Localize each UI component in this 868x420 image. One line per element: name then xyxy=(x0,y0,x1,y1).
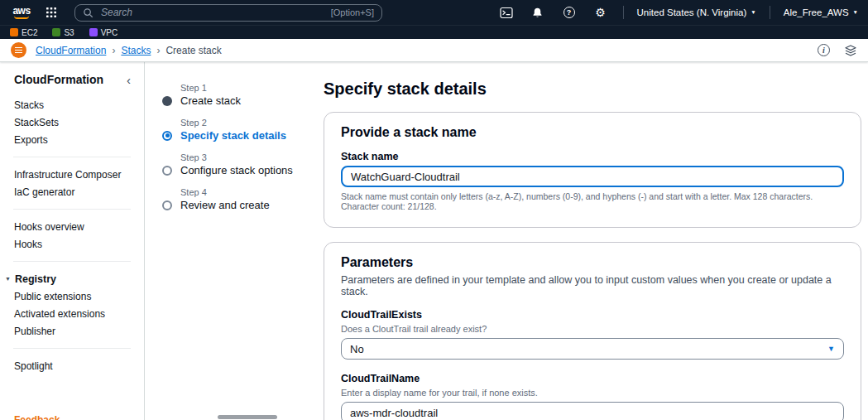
aws-logo[interactable]: aws xyxy=(10,7,33,19)
favorites-bar: EC2 S3 VPC xyxy=(0,25,868,39)
breadcrumb-cloudformation-link[interactable]: CloudFormation xyxy=(36,45,106,56)
stack-name-input[interactable] xyxy=(341,166,844,187)
aws-console-window: aws [Option+S] xyxy=(0,0,868,420)
global-search-box[interactable]: [Option+S] xyxy=(74,4,382,22)
favorite-label: EC2 xyxy=(22,28,37,37)
aws-logo-smile xyxy=(14,16,29,19)
breadcrumb-stacks-link[interactable]: Stacks xyxy=(121,45,151,56)
sidebar-item-activated-extensions[interactable]: Activated extensions xyxy=(0,305,144,322)
sidebar-item-hooks-overview[interactable]: Hooks overview xyxy=(0,218,144,235)
chevron-down-icon: ▼ xyxy=(751,10,755,16)
notifications-bell-icon[interactable] xyxy=(529,3,547,22)
cloudtrailname-hint: Enter a display name for your trail, if … xyxy=(341,388,844,398)
field-cloudtrailname: CloudTrailName Enter a display name for … xyxy=(341,373,844,420)
horizontal-scrollbar-thumb[interactable] xyxy=(218,415,277,419)
topbar-divider xyxy=(770,6,770,19)
wizard-step-3: Step 3 Configure stack options xyxy=(162,152,324,176)
step-number: Step 1 xyxy=(180,83,324,93)
stack-name-card-title: Provide a stack name xyxy=(341,125,844,140)
sidebar-item-public-extensions[interactable]: Public extensions xyxy=(0,287,144,305)
step-number: Step 2 xyxy=(180,118,324,128)
step-label-configure-stack-options[interactable]: Configure stack options xyxy=(180,164,324,176)
field-cloudtrailexists: CloudTrailExists Does a CloutTrail trail… xyxy=(341,309,844,360)
caret-down-icon: ▼ xyxy=(5,276,11,282)
chevron-down-icon: ▼ xyxy=(827,345,835,353)
breadcrumb-separator-icon: › xyxy=(112,45,115,56)
step-todo-circle xyxy=(162,200,172,210)
layers-icon[interactable] xyxy=(844,44,857,57)
apps-grid-icon[interactable] xyxy=(43,4,60,21)
main-content: Specify stack details Provide a stack na… xyxy=(324,62,868,420)
help-glyph: ? xyxy=(563,7,575,18)
apps-grid-glyph xyxy=(46,7,57,18)
parameters-description: Parameters are defined in your template … xyxy=(341,274,844,297)
search-input[interactable] xyxy=(99,6,325,19)
step-active-circle xyxy=(162,131,172,141)
favorite-label: S3 xyxy=(64,28,74,37)
sidebar-item-hooks[interactable]: Hooks xyxy=(0,235,144,253)
info-panel-icon[interactable]: i xyxy=(818,44,830,56)
chevron-down-icon: ▼ xyxy=(853,10,858,16)
sidebar-item-iac-generator[interactable]: IaC generator xyxy=(0,183,144,200)
page-title: Specify stack details xyxy=(324,80,861,99)
favorite-ec2[interactable]: EC2 xyxy=(10,28,37,37)
cloudtrailexists-select[interactable]: No ▼ xyxy=(341,338,844,360)
breadcrumb-current-page: Create stack xyxy=(165,45,221,56)
favorite-s3[interactable]: S3 xyxy=(52,28,74,37)
region-label: United States (N. Virginia) xyxy=(637,7,747,17)
sidebar-section-registry[interactable]: ▼ Registry xyxy=(0,270,144,287)
top-navigation-bar: aws [Option+S] xyxy=(0,0,868,25)
topbar-divider xyxy=(623,6,624,19)
sidebar-item-stacks[interactable]: Stacks xyxy=(0,96,144,113)
parameters-card: Parameters Parameters are defined in you… xyxy=(324,242,861,420)
wizard-step-4: Step 4 Review and create xyxy=(162,187,324,211)
search-icon xyxy=(83,7,94,18)
sidebar-collapse-icon[interactable]: ‹ xyxy=(127,74,131,86)
s3-service-icon xyxy=(52,28,60,36)
cloudtrailexists-hint: Does a CloutTrail trail already exist? xyxy=(341,324,844,334)
layers-glyph xyxy=(844,44,857,57)
step-label-create-stack[interactable]: Create stack xyxy=(180,94,324,107)
favorite-vpc[interactable]: VPC xyxy=(89,28,118,37)
hamburger-menu-icon[interactable] xyxy=(11,42,26,58)
service-sidebar: CloudFormation ‹ Stacks StackSets Export… xyxy=(0,62,145,420)
region-selector[interactable]: United States (N. Virginia) ▼ xyxy=(637,7,756,17)
step-label-review-and-create[interactable]: Review and create xyxy=(180,199,324,211)
step-number: Step 4 xyxy=(180,187,324,197)
settings-gear-icon[interactable]: ⚙ xyxy=(592,3,610,22)
stack-name-constraint-hint: Stack name must contain only letters (a-… xyxy=(341,191,844,211)
cloudshell-glyph xyxy=(500,7,513,19)
stack-name-card: Provide a stack name Stack name Stack na… xyxy=(324,112,861,228)
breadcrumb-bar: CloudFormation › Stacks › Create stack i xyxy=(0,39,868,62)
hamburger-lines xyxy=(15,50,22,51)
step-label-specify-stack-details[interactable]: Specify stack details xyxy=(180,129,324,142)
step-todo-circle xyxy=(162,166,172,176)
sidebar-divider xyxy=(13,261,131,262)
help-icon[interactable]: ? xyxy=(560,3,578,22)
cloudshell-icon[interactable] xyxy=(497,3,516,22)
sidebar-header: CloudFormation ‹ xyxy=(0,73,144,86)
sidebar-item-exports[interactable]: Exports xyxy=(0,131,144,148)
vpc-service-icon xyxy=(89,28,98,36)
cloudtrailname-input[interactable] xyxy=(341,402,844,420)
feedback-link[interactable]: Feedback xyxy=(14,414,60,420)
sidebar-title[interactable]: CloudFormation xyxy=(14,73,103,86)
breadcrumb: CloudFormation › Stacks › Create stack xyxy=(36,45,222,56)
aws-logo-text: aws xyxy=(12,7,30,16)
sidebar-item-infrastructure-composer[interactable]: Infrastructure Composer xyxy=(0,166,144,183)
favorite-label: VPC xyxy=(101,28,118,37)
sidebar-item-publisher[interactable]: Publisher xyxy=(0,322,144,340)
account-label: Ale_Free_AWS xyxy=(784,7,849,17)
cloudtrailexists-selected-value: No xyxy=(350,343,364,355)
wizard-steps-nav: Step 1 Create stack Step 2 Specify stack… xyxy=(145,62,324,420)
sidebar-item-stacksets[interactable]: StackSets xyxy=(0,113,144,131)
search-shortcut-hint: [Option+S] xyxy=(331,7,374,17)
stack-name-label: Stack name xyxy=(341,151,844,162)
sidebar-divider xyxy=(13,348,131,349)
account-menu[interactable]: Ale_Free_AWS ▼ xyxy=(784,7,858,17)
ec2-service-icon xyxy=(10,28,18,36)
wizard-step-2: Step 2 Specify stack details xyxy=(162,118,324,142)
page-body: CloudFormation ‹ Stacks StackSets Export… xyxy=(0,62,868,420)
sidebar-item-spotlight[interactable]: Spotlight xyxy=(0,357,144,374)
gear-glyph: ⚙ xyxy=(595,7,606,18)
